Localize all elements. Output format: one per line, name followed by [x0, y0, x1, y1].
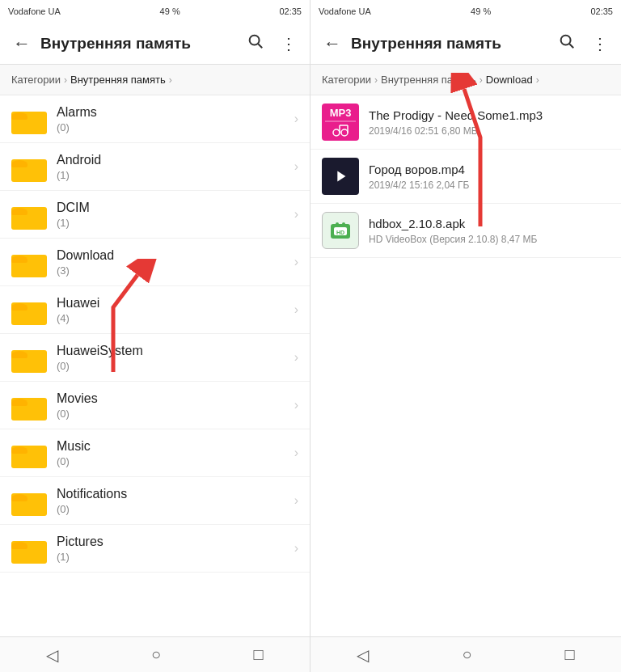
- battery-left: 49 %: [160, 6, 180, 16]
- chevron-android: ›: [294, 159, 298, 174]
- chevron-download: ›: [294, 255, 298, 269]
- left-panel: Vodafone UA 49 % 02:35 ← Внутренняя памя…: [0, 0, 310, 672]
- top-bar-actions-left: ⋮: [240, 26, 303, 61]
- folder-name-notifications: Notifications: [57, 486, 294, 503]
- file-item-mp3[interactable]: MP3 The Prodigy - Need Some1.mp3 2019/4/…: [310, 95, 621, 150]
- nav-back-left[interactable]: ◁: [30, 639, 74, 671]
- folder-info-alarms: Alarms (0): [57, 104, 294, 134]
- nav-recents-left[interactable]: □: [238, 639, 280, 670]
- folder-icon-music: [11, 437, 47, 468]
- nav-bar-left: ◁ ○ □: [0, 636, 310, 672]
- folder-info-pictures: Pictures (1): [57, 534, 294, 564]
- folder-list-left: Alarms (0) › Android (1) ›: [0, 95, 310, 636]
- svg-rect-11: [11, 306, 27, 311]
- time-left: 02:35: [279, 6, 302, 16]
- chevron-movies: ›: [294, 398, 298, 412]
- folder-item-download[interactable]: Download (3) ›: [0, 239, 310, 286]
- folder-item-movies[interactable]: Movies (0) ›: [0, 382, 310, 429]
- file-thumb-mp3: MP3: [322, 104, 359, 141]
- folder-item-alarms[interactable]: Alarms (0) ›: [0, 95, 310, 143]
- svg-rect-21: [11, 544, 27, 549]
- folder-info-notifications: Notifications (0): [57, 486, 294, 516]
- svg-point-0: [250, 36, 260, 45]
- carrier-right: Vodafone UA: [319, 6, 371, 16]
- right-panel: Vodafone UA 49 % 02:35 ← Внутренняя памя…: [310, 0, 621, 672]
- folder-icon-huaweisystem: [11, 342, 47, 373]
- chevron-alarms: ›: [294, 112, 298, 126]
- svg-rect-15: [11, 401, 27, 406]
- breadcrumb-sep-1-right: ›: [374, 74, 378, 86]
- page-title-right: Внутренняя память: [348, 35, 551, 53]
- svg-rect-33: [336, 222, 339, 226]
- file-meta-mp4: 2019/4/2 15:16 2,04 ГБ: [369, 180, 610, 191]
- back-button-right[interactable]: ←: [317, 27, 348, 61]
- folder-info-android: Android (1): [57, 152, 294, 182]
- carrier-left: Vodafone UA: [8, 6, 61, 16]
- more-icon-right[interactable]: ⋮: [585, 27, 615, 60]
- svg-rect-9: [11, 258, 27, 263]
- status-bar-left: Vodafone UA 49 % 02:35: [0, 0, 310, 23]
- search-icon-right[interactable]: [551, 26, 582, 61]
- top-bar-left: ← Внутренняя память ⋮: [0, 23, 310, 65]
- nav-home-right[interactable]: ○: [446, 639, 488, 670]
- breadcrumb-categories-left[interactable]: Категории: [11, 74, 61, 86]
- breadcrumb-categories-right[interactable]: Категории: [322, 74, 371, 86]
- folder-name-download: Download: [57, 247, 294, 264]
- nav-bar-right: ◁ ○ □: [310, 636, 621, 672]
- svg-line-24: [569, 44, 573, 48]
- nav-back-right[interactable]: ◁: [340, 639, 385, 671]
- svg-point-25: [333, 129, 340, 136]
- time-right: 02:35: [590, 6, 613, 16]
- folder-item-pictures[interactable]: Pictures (1) ›: [0, 525, 310, 573]
- folder-icon-alarms: [11, 104, 47, 134]
- battery-right: 49 %: [471, 6, 491, 16]
- folder-item-android[interactable]: Android (1) ›: [0, 143, 310, 191]
- folder-name-music: Music: [57, 438, 294, 455]
- folder-info-music: Music (0): [57, 438, 294, 468]
- folder-count-dcim: (1): [57, 217, 294, 229]
- folder-info-huawei: Huawei (4): [57, 295, 294, 325]
- svg-point-23: [561, 36, 571, 45]
- svg-rect-7: [11, 210, 27, 215]
- svg-text:HD: HD: [336, 230, 344, 235]
- folder-item-huawei[interactable]: Huawei (4) ›: [0, 286, 310, 334]
- folder-item-dcim[interactable]: DCIM (1) ›: [0, 191, 310, 239]
- chevron-music: ›: [294, 446, 298, 460]
- breadcrumb-sep-2-right: ›: [479, 74, 483, 86]
- back-button-left[interactable]: ←: [6, 27, 37, 61]
- breadcrumb-sep-1-left: ›: [64, 74, 67, 86]
- svg-rect-13: [11, 353, 27, 358]
- top-bar-actions-right: ⋮: [551, 26, 615, 61]
- folder-item-notifications[interactable]: Notifications (0) ›: [0, 477, 310, 525]
- folder-icon-huawei: [11, 294, 47, 325]
- page-title-left: Внутренняя память: [37, 35, 240, 53]
- folder-count-android: (1): [57, 169, 294, 181]
- nav-home-left[interactable]: ○: [135, 639, 177, 670]
- folder-item-huaweisystem[interactable]: HuaweiSystem (0) ›: [0, 334, 310, 382]
- file-item-mp4[interactable]: Город воров.mp4 2019/4/2 15:16 2,04 ГБ: [310, 150, 621, 204]
- breadcrumb-sep-2-left: ›: [169, 74, 172, 86]
- folder-item-music[interactable]: Music (0) ›: [0, 429, 310, 477]
- more-icon-left[interactable]: ⋮: [274, 27, 303, 60]
- file-list-right: MP3 The Prodigy - Need Some1.mp3 2019/4/…: [310, 95, 621, 636]
- breadcrumb-download-right[interactable]: Download: [486, 74, 533, 86]
- search-icon-left[interactable]: [240, 26, 271, 61]
- chevron-huaweisystem: ›: [294, 350, 298, 365]
- folder-count-notifications: (0): [57, 503, 294, 515]
- breadcrumb-memory-left[interactable]: Внутренняя память: [70, 74, 166, 86]
- breadcrumb-memory-right[interactable]: Внутренняя память: [381, 74, 476, 86]
- file-thumb-mp4: [322, 158, 359, 195]
- file-item-apk[interactable]: HD hdbox_2.10.8.apk HD VideoBox (Версия …: [310, 204, 621, 258]
- chevron-pictures: ›: [294, 541, 298, 556]
- file-thumb-apk: HD: [322, 212, 359, 249]
- nav-recents-right[interactable]: □: [548, 639, 590, 670]
- file-info-mp3: The Prodigy - Need Some1.mp3 2019/4/16 0…: [369, 108, 610, 137]
- chevron-notifications: ›: [294, 493, 298, 508]
- chevron-huawei: ›: [294, 302, 298, 317]
- folder-icon-movies: [11, 390, 47, 421]
- svg-rect-5: [11, 163, 27, 167]
- folder-icon-pictures: [11, 533, 47, 564]
- folder-info-dcim: DCIM (1): [57, 200, 294, 230]
- svg-line-1: [258, 44, 262, 48]
- file-info-mp4: Город воров.mp4 2019/4/2 15:16 2,04 ГБ: [369, 162, 610, 191]
